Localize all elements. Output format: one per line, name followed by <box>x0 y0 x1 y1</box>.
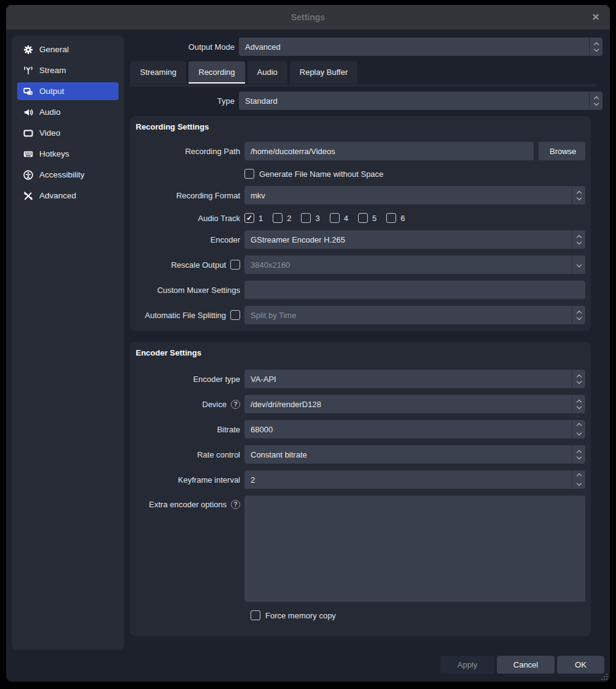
close-icon[interactable]: ✕ <box>590 11 602 23</box>
audio-track-1-checkbox[interactable] <box>244 213 254 223</box>
device-select[interactable]: /dev/dri/renderD128 <box>244 395 585 413</box>
chevron-updown-icon <box>589 37 602 56</box>
titlebar: Settings ✕ <box>6 5 610 29</box>
sidebar-item-label: Hotkeys <box>39 149 69 158</box>
chevron-down-icon <box>572 255 585 274</box>
cancel-button[interactable]: Cancel <box>497 656 555 674</box>
encoder-settings-group: Encoder Settings Encoder type VA-API Dev… <box>130 342 591 636</box>
auto-file-splitting-label: Automatic File Splitting <box>145 311 226 320</box>
recording-format-label: Recording Format <box>136 191 240 200</box>
audio-track-label: Audio Track <box>136 214 240 223</box>
tools-icon <box>23 191 33 201</box>
device-value: /dev/dri/renderD128 <box>244 395 572 413</box>
output-mode-select[interactable]: Advanced <box>239 37 602 56</box>
encoder-type-select[interactable]: VA-API <box>244 370 585 388</box>
sidebar-item-label: Accessibility <box>39 170 85 179</box>
sidebar-item-output[interactable]: Output <box>17 82 119 100</box>
extra-encoder-options-input[interactable] <box>244 496 585 602</box>
tab-pane-divider <box>130 84 596 87</box>
tab-recording[interactable]: Recording <box>189 61 244 84</box>
encoder-type-label: Encoder type <box>136 375 240 384</box>
force-memory-copy-label: Force memory copy <box>265 611 336 620</box>
recording-type-select[interactable]: Standard <box>239 91 602 110</box>
dialog-footer: Apply Cancel OK <box>440 656 604 674</box>
bitrate-spinbox[interactable]: 68000 <box>244 420 585 438</box>
recording-type-value: Standard <box>239 91 589 110</box>
chevron-updown-icon <box>572 230 585 249</box>
sidebar-item-hotkeys[interactable]: Hotkeys <box>17 145 119 163</box>
recording-format-select[interactable]: mkv <box>244 186 585 204</box>
sidebar-item-label: Audio <box>39 107 61 117</box>
audio-track-4-checkbox[interactable] <box>330 213 340 223</box>
tab-streaming[interactable]: Streaming <box>130 61 186 84</box>
custom-muxer-label: Custom Muxer Settings <box>136 286 240 295</box>
rescale-resolution-value: 3840x2160 <box>244 255 572 274</box>
output-tabs: Streaming Recording Audio Replay Buffer <box>130 61 596 84</box>
encoder-value: GStreamer Encoder H.265 <box>244 230 572 249</box>
output-mode-label: Output Mode <box>130 42 235 52</box>
accessibility-icon <box>23 170 33 180</box>
resize-grip[interactable] <box>599 672 608 680</box>
tab-replay-buffer[interactable]: Replay Buffer <box>290 61 358 84</box>
speaker-icon <box>23 107 33 117</box>
bitrate-label: Bitrate <box>136 425 240 434</box>
chevron-updown-icon <box>572 370 585 388</box>
sidebar-item-stream[interactable]: Stream <box>17 61 119 79</box>
audio-track-5-checkbox[interactable] <box>358 213 368 223</box>
sidebar-item-advanced[interactable]: Advanced <box>17 187 119 204</box>
sidebar-item-audio[interactable]: Audio <box>17 103 119 121</box>
broadcast-icon <box>23 66 33 76</box>
sidebar-item-accessibility[interactable]: Accessibility <box>17 166 119 184</box>
audio-track-3-checkbox[interactable] <box>301 213 311 223</box>
generate-no-space-checkbox[interactable] <box>244 169 254 179</box>
sidebar-item-label: General <box>39 45 69 54</box>
group-title: Recording Settings <box>136 122 585 131</box>
chevron-updown-icon <box>589 91 602 110</box>
auto-file-splitting-select[interactable]: Split by Time <box>244 306 585 324</box>
chevron-updown-icon <box>572 306 585 324</box>
help-icon[interactable]: ? <box>231 500 240 509</box>
auto-file-splitting-checkbox[interactable] <box>230 310 240 320</box>
rate-control-select[interactable]: Constant bitrate <box>244 445 585 464</box>
custom-muxer-input[interactable] <box>244 281 585 299</box>
auto-file-splitting-value: Split by Time <box>244 306 572 324</box>
window-title: Settings <box>291 12 325 22</box>
browse-button[interactable]: Browse <box>539 142 585 160</box>
chevron-updown-icon <box>572 186 585 204</box>
rescale-resolution-select[interactable]: 3840x2160 <box>244 255 585 274</box>
keyframe-interval-value: 2 <box>244 470 572 489</box>
encoder-type-value: VA-API <box>244 370 572 388</box>
keyframe-interval-label: Keyframe interval <box>136 475 240 485</box>
keyframe-interval-spinbox[interactable]: 2 <box>244 470 585 489</box>
sidebar-item-label: Output <box>39 87 64 96</box>
rescale-output-label: Rescale Output <box>171 260 226 270</box>
generate-no-space-label: Generate File Name without Space <box>259 169 383 179</box>
audio-track-2-checkbox[interactable] <box>273 213 283 223</box>
recording-type-label: Type <box>130 96 235 106</box>
spinner-arrows-icon[interactable] <box>572 420 585 438</box>
apply-button[interactable]: Apply <box>440 656 494 674</box>
encoder-label: Encoder <box>136 235 240 244</box>
audio-track-6-checkbox[interactable] <box>386 213 396 223</box>
tab-audio[interactable]: Audio <box>248 61 287 84</box>
sidebar-item-video[interactable]: Video <box>17 124 119 142</box>
chevron-updown-icon <box>572 395 585 413</box>
settings-sidebar: General Stream Output Audio <box>12 36 124 650</box>
recording-path-label: Recording Path <box>136 147 240 156</box>
sidebar-item-general[interactable]: General <box>17 41 119 58</box>
sidebar-item-label: Advanced <box>39 191 76 200</box>
recording-path-input[interactable] <box>244 142 534 160</box>
keyboard-icon <box>23 149 33 159</box>
spinner-arrows-icon[interactable] <box>572 470 585 489</box>
recording-settings-group: Recording Settings Recording Path Browse… <box>130 116 591 331</box>
ok-button[interactable]: OK <box>557 656 604 674</box>
output-icon <box>23 87 33 96</box>
output-settings-panel: Output Mode Advanced Streaming Recording… <box>130 29 596 636</box>
force-memory-copy-checkbox[interactable] <box>251 610 260 620</box>
encoder-select[interactable]: GStreamer Encoder H.265 <box>244 230 585 249</box>
rescale-output-checkbox[interactable] <box>230 260 240 270</box>
sidebar-item-label: Video <box>39 128 60 138</box>
bitrate-value: 68000 <box>244 420 572 438</box>
help-icon[interactable]: ? <box>231 400 240 409</box>
output-mode-value: Advanced <box>239 37 589 56</box>
